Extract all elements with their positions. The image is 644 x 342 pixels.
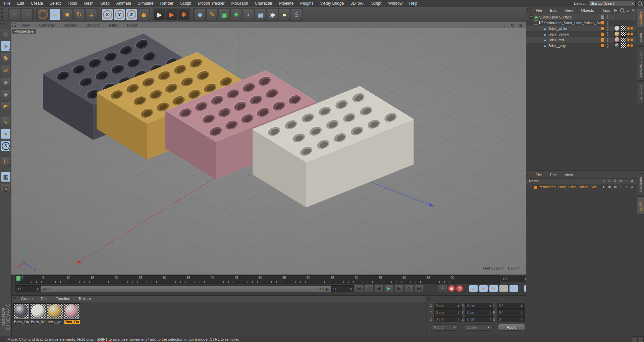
model-mode-icon[interactable]: ◆ bbox=[1, 41, 11, 51]
spline-pen-icon[interactable]: ✎ bbox=[206, 9, 218, 20]
material-tag-icon[interactable] bbox=[614, 31, 620, 37]
tab-attributes[interactable]: Attributes bbox=[637, 173, 644, 195]
selection-tags-icon[interactable] bbox=[627, 33, 633, 36]
coordinate-input-rotation-h[interactable]: 0 °▲▼ bbox=[497, 303, 525, 309]
key-rotation-button[interactable]: ↻ bbox=[489, 285, 498, 292]
spinner-arrows-icon[interactable]: ▲▼ bbox=[521, 304, 523, 308]
om-menu-view[interactable]: View bbox=[560, 8, 577, 12]
viewport-menu-grip[interactable] bbox=[12, 23, 16, 27]
visibility-dots-icon[interactable] bbox=[607, 15, 608, 19]
play-button[interactable]: ▶ bbox=[384, 285, 393, 292]
layer-chip-icon[interactable] bbox=[601, 44, 605, 48]
filter-icon[interactable]: ⊙ bbox=[632, 8, 635, 12]
planar-workplane-icon[interactable]: ▦↻ bbox=[1, 184, 11, 194]
search-icon[interactable] bbox=[620, 8, 624, 12]
menu-window[interactable]: Window bbox=[385, 0, 406, 7]
tab-objects[interactable]: Objects bbox=[637, 9, 644, 28]
menu-3dtoall[interactable]: 3DToAll bbox=[347, 0, 368, 7]
menu-snap[interactable]: Snap bbox=[97, 0, 113, 7]
viewport-solo-icon[interactable]: S bbox=[1, 141, 11, 151]
last-tool-icon[interactable]: ↔↕ bbox=[86, 9, 97, 20]
material-menu-edit[interactable]: Edit bbox=[37, 297, 52, 301]
menu-script[interactable]: Script bbox=[368, 0, 385, 7]
layers-menu-edit[interactable]: Edit bbox=[546, 173, 561, 177]
coordinate-grip[interactable] bbox=[428, 298, 432, 300]
selection-tags-icon[interactable] bbox=[627, 44, 633, 47]
expand-toggle-icon[interactable]: − bbox=[534, 20, 538, 25]
viewport-menu-options[interactable]: Options bbox=[82, 23, 104, 27]
viewport-menu-view[interactable]: View bbox=[17, 23, 35, 27]
uvw-tag-icon[interactable] bbox=[621, 43, 626, 48]
workplane-mode-icon[interactable]: ▱ bbox=[1, 65, 11, 75]
menu-help[interactable]: Help bbox=[406, 0, 421, 7]
coordinate-space-dropdown[interactable]: World ▼ bbox=[431, 324, 459, 331]
spinner-arrows-icon[interactable]: ▲▼ bbox=[489, 311, 491, 314]
layer-chip-icon[interactable] bbox=[601, 27, 605, 31]
deformer-icon[interactable]: ◗ bbox=[243, 9, 254, 20]
layout-dropdown[interactable]: Startup (User) ▼ bbox=[589, 1, 636, 6]
move-tool-icon[interactable]: ↔↕ bbox=[49, 9, 61, 20]
toggle-views-icon[interactable]: ⊡ bbox=[518, 23, 523, 28]
enabled-check-icon[interactable]: ✓ bbox=[611, 15, 614, 19]
current-frame-field[interactable]: 0 F ▲▼ bbox=[501, 276, 529, 282]
goto-end-button[interactable]: ▶| bbox=[415, 285, 424, 292]
object-manager-grip[interactable] bbox=[527, 8, 531, 13]
coordinate-input-position-x[interactable]: 0 cm▲▼ bbox=[434, 303, 462, 309]
coordinate-input-size-x[interactable]: 0 cm▲▼ bbox=[465, 303, 493, 309]
key-position-button[interactable]: ↔↕ bbox=[469, 285, 478, 292]
preview-range-slider[interactable]: ◀ 0 F 90 F ▶ bbox=[40, 285, 331, 292]
material-tag-icon[interactable] bbox=[614, 43, 620, 48]
dock-widget[interactable] bbox=[632, 336, 638, 342]
coordinate-input-position-z[interactable]: 0 cm▲▼ bbox=[434, 316, 462, 322]
material-tag-icon[interactable] bbox=[614, 26, 620, 31]
material-thumbnail[interactable] bbox=[47, 303, 63, 320]
menu-mograph[interactable]: MoGraph bbox=[228, 0, 252, 7]
uvw-tag-icon[interactable] bbox=[621, 26, 626, 31]
viewport-3d-canvas[interactable]: YXZ Perspective Grid Spacing : 100 cm bbox=[11, 28, 526, 275]
material-menu-function[interactable]: Function bbox=[51, 297, 74, 301]
layers-grip[interactable] bbox=[527, 172, 531, 177]
uvw-tag-icon[interactable] bbox=[621, 37, 626, 42]
material-item[interactable]: Pink_Da bbox=[64, 303, 80, 324]
menu-create[interactable]: Create bbox=[28, 0, 46, 7]
key-parameter-button[interactable]: P bbox=[499, 285, 508, 292]
menu-motion-tracker[interactable]: Motion Tracker bbox=[195, 0, 228, 7]
coordinate-input-position-y[interactable]: 0 cm▲▼ bbox=[434, 309, 462, 315]
timeline-ruler[interactable]: 0 051015202530354045505560657075808590 bbox=[15, 275, 500, 284]
rotate-view-icon[interactable]: ↻ bbox=[510, 23, 515, 28]
coordinate-input-size-y[interactable]: 0 cm▲▼ bbox=[465, 309, 493, 315]
viewport-menu-filter[interactable]: Filter bbox=[104, 23, 122, 27]
rotate-tool-icon[interactable]: ↻ bbox=[73, 9, 85, 20]
menu-render[interactable]: Render bbox=[157, 0, 177, 7]
layer-chip-icon[interactable] bbox=[601, 21, 605, 25]
more-menu-icon[interactable]: ▶ bbox=[614, 8, 617, 12]
render-settings-icon[interactable]: ✱ bbox=[178, 9, 190, 20]
om-menu-edit[interactable]: Edit bbox=[546, 8, 561, 12]
tab-takes[interactable]: Takes bbox=[637, 29, 644, 45]
layer-chip-icon[interactable] bbox=[601, 32, 605, 36]
menu-v-ray-bridge[interactable]: V-Ray Bridge bbox=[317, 0, 347, 7]
viewport-menu-panel[interactable]: Panel bbox=[122, 23, 141, 27]
menu-animate[interactable]: Animate bbox=[113, 0, 135, 7]
menu-pipeline[interactable]: Pipeline bbox=[276, 0, 297, 7]
spinner-arrows-icon[interactable]: ▲▼ bbox=[521, 311, 523, 314]
selection-tags-icon[interactable] bbox=[627, 27, 633, 30]
object-row-perforated-sand-lime-bricks-set[interactable]: −L0Perforated_Sand_Lime_Bricks_Set bbox=[526, 20, 636, 26]
search-icon[interactable] bbox=[638, 1, 642, 6]
mograph-cloner-icon[interactable]: ❖ bbox=[230, 9, 242, 20]
goto-previous-frame-button[interactable]: ◀| bbox=[374, 285, 383, 292]
tab-structure[interactable]: Structure bbox=[637, 82, 644, 103]
tab-layers[interactable]: Layers bbox=[637, 196, 644, 214]
key-scale-button[interactable]: ■ bbox=[479, 285, 488, 292]
om-menu-tags[interactable]: Tags bbox=[598, 8, 614, 12]
manager-icon[interactable]: ⊡ bbox=[619, 185, 623, 189]
object-row-brick-gray[interactable]: ▲Brick_gray bbox=[526, 43, 636, 48]
polygons-mode-icon[interactable]: ◩ bbox=[1, 101, 11, 111]
lock-icon[interactable]: ∩ bbox=[624, 185, 629, 189]
camera-icon[interactable]: ◉ bbox=[267, 9, 278, 20]
floor-environment-icon[interactable]: ▦ bbox=[255, 9, 266, 20]
menu-character[interactable]: Character bbox=[252, 0, 276, 7]
material-item[interactable]: Brick_Da bbox=[13, 303, 30, 324]
spinner-arrows-icon[interactable]: ▲▼ bbox=[350, 287, 352, 291]
menu-file[interactable]: File bbox=[1, 0, 14, 7]
